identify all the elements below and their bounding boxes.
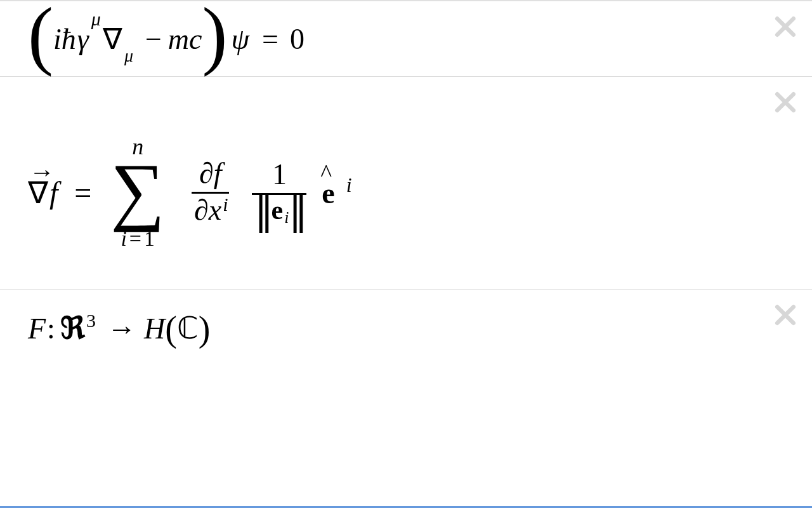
var-f: f [214,157,222,189]
norm-left: ‖ [254,200,270,223]
equation-content: F : ℜ 3 → H ( ℂ ) [28,310,787,345]
op-colon: : [47,312,55,345]
hat-icon: ^ [320,159,332,187]
set-C-blackboard: ℂ [177,310,199,345]
vec-e: e [271,196,283,224]
var-c: c [189,22,202,56]
const-hbar: ħ [62,22,76,56]
num-zero: 0 [290,22,304,56]
equation-content: → ∇ f = n ∑ i=1 ∂f ∂xi [28,135,787,250]
fraction-partial: ∂f ∂xi [192,158,230,227]
close-icon[interactable] [771,301,799,329]
op-equals: = [74,175,91,210]
norm-right: ‖ [289,200,304,223]
subscript-mu: μ [124,46,133,66]
set-R-fraktur: ℜ [60,310,85,345]
superscript-3: 3 [86,310,96,331]
sum-lower: i=1 [121,228,155,250]
var-x: x [209,194,221,226]
equation-row[interactable]: → ∇ f = n ∑ i=1 ∂f ∂xi [0,77,812,290]
sigma-icon: ∑ [110,162,165,219]
num-one: 1 [270,159,289,191]
var-i: i [53,22,62,56]
superscript-i: i [223,194,228,215]
var-F: F [28,312,46,345]
var-H: H [144,312,165,345]
superscript-i: i [346,173,352,196]
op-equals: = [262,22,278,56]
var-m: m [168,22,189,56]
equation-row[interactable]: F : ℜ 3 → H ( ℂ ) [0,290,812,366]
op-maps-to: → [107,312,136,345]
subscript-i: i [284,209,289,226]
op-minus: − [145,22,162,56]
superscript-mu: μ [91,8,101,30]
equation-row[interactable]: ( iħ γ μ ∇ μ − mc ) ψ = 0 [0,1,812,77]
close-icon[interactable] [771,88,799,116]
op-partial: ∂ [194,194,209,226]
var-gamma: γ [77,23,89,55]
vector-arrow-icon: → [29,157,55,187]
equation-content: ( iħ γ μ ∇ μ − mc ) ψ = 0 [28,22,787,56]
unit-vector-e: ^ e i [320,175,349,210]
close-icon[interactable] [771,13,799,41]
op-partial: ∂ [199,157,214,189]
equation-list: ( iħ γ μ ∇ μ − mc ) ψ = 0 [0,0,812,508]
op-nabla: ∇ [103,23,122,55]
var-psi: ψ [231,22,249,56]
summation: n ∑ i=1 [110,135,165,250]
fraction-norm: 1 ‖ ei ‖ [252,159,306,225]
